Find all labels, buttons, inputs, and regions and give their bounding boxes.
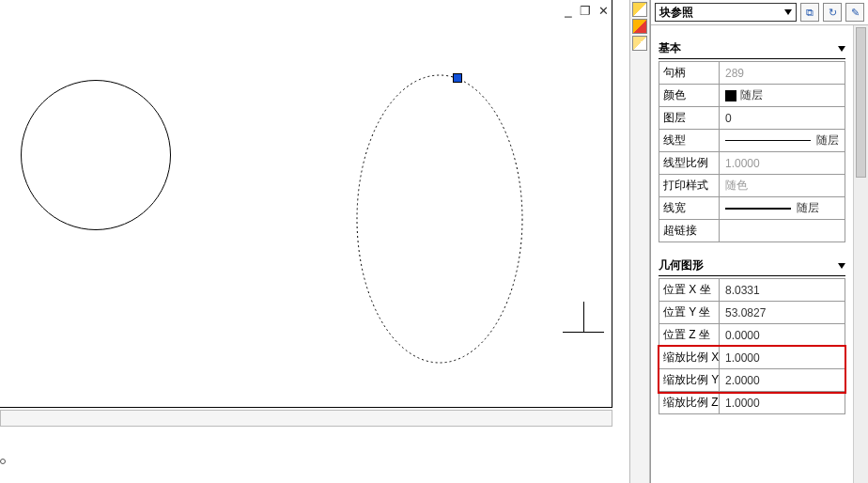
row-posz[interactable]: 位置 Z 坐 0.0000 — [659, 324, 845, 347]
value-scalex[interactable]: 1.0000 — [720, 347, 845, 368]
value-linetype-text: 随层 — [816, 132, 839, 148]
value-posy[interactable]: 53.0827 — [720, 302, 845, 323]
value-posx[interactable]: 8.0331 — [720, 279, 845, 301]
properties-panel: 块参照 ⧉ ↻ ✎ 基本 句柄 289 颜色 — [650, 0, 868, 483]
value-lineweight-text: 随层 — [797, 200, 819, 216]
linetype-preview-icon — [725, 140, 811, 141]
row-color[interactable]: 颜色 随层 — [659, 85, 845, 107]
circle-entity[interactable] — [21, 80, 171, 230]
chevron-down-icon — [784, 9, 792, 15]
row-lineweight[interactable]: 线宽 随层 — [659, 197, 845, 220]
value-ltscale[interactable]: 1.0000 — [720, 152, 845, 174]
panel-header: 块参照 ⧉ ↻ ✎ — [651, 0, 868, 25]
label-ltscale: 线型比例 — [659, 152, 720, 174]
svg-point-0 — [357, 75, 522, 363]
chevron-down-icon — [838, 263, 845, 269]
label-plotstyle: 打印样式 — [659, 175, 720, 196]
row-posy[interactable]: 位置 Y 坐 53.0827 — [659, 302, 845, 324]
row-scaley[interactable]: 缩放比例 Y 2.0000 — [659, 369, 845, 392]
panel-btn-2[interactable]: ↻ — [823, 3, 842, 22]
row-plotstyle[interactable]: 打印样式 随色 — [659, 175, 845, 197]
scrollbar-thumb[interactable] — [856, 27, 866, 178]
label-layer: 图层 — [659, 107, 720, 129]
value-hyperlink[interactable] — [720, 220, 845, 242]
label-posx: 位置 X 坐 — [659, 279, 720, 301]
palette-swatch-2[interactable] — [632, 19, 647, 34]
section-geom-header[interactable]: 几何图形 — [659, 257, 845, 276]
row-ltscale[interactable]: 线型比例 1.0000 — [659, 152, 845, 175]
label-scalez: 缩放比例 Z — [659, 392, 720, 413]
section-basic-title: 基本 — [659, 40, 681, 56]
value-scaley[interactable]: 2.0000 — [720, 369, 845, 391]
panel-vertical-scrollbar[interactable] — [853, 25, 868, 483]
value-color-text: 随层 — [740, 87, 763, 103]
section-basic-grid: 句柄 289 颜色 随层 图层 0 线型 随层 — [659, 61, 845, 242]
canvas[interactable] — [0, 0, 612, 408]
value-scalez[interactable]: 1.0000 — [720, 392, 845, 413]
panel-btn-1[interactable]: ⧉ — [800, 3, 819, 22]
value-layer[interactable]: 0 — [720, 107, 845, 129]
chevron-down-icon — [838, 46, 845, 52]
value-color[interactable]: 随层 — [720, 85, 845, 106]
row-hyperlink[interactable]: 超链接 — [659, 220, 845, 242]
row-scalez[interactable]: 缩放比例 Z 1.0000 — [659, 392, 845, 414]
value-handle: 289 — [720, 62, 845, 84]
value-linetype[interactable]: 随层 — [720, 130, 845, 151]
panel-content: 基本 句柄 289 颜色 随层 图层 0 — [651, 40, 853, 414]
row-posx[interactable]: 位置 X 坐 8.0331 — [659, 279, 845, 302]
label-scaley: 缩放比例 Y — [659, 369, 720, 391]
row-layer[interactable]: 图层 0 — [659, 107, 845, 130]
label-posz: 位置 Z 坐 — [659, 324, 720, 346]
row-scalex[interactable]: 缩放比例 X 1.0000 — [659, 347, 845, 369]
panel-body: 基本 句柄 289 颜色 随层 图层 0 — [651, 25, 868, 483]
ellipse-entity-selected[interactable] — [355, 73, 524, 365]
horizontal-scrollbar[interactable] — [0, 410, 612, 427]
palette-swatch-1[interactable] — [632, 2, 647, 17]
value-posz[interactable]: 0.0000 — [720, 324, 845, 346]
value-plotstyle[interactable]: 随色 — [720, 175, 845, 196]
object-type-label: 块参照 — [659, 5, 693, 21]
palette-swatch-3[interactable] — [632, 36, 647, 51]
section-geom-title: 几何图形 — [659, 257, 704, 273]
value-lineweight[interactable]: 随层 — [720, 197, 845, 219]
section-basic-header[interactable]: 基本 — [659, 40, 845, 59]
app-root: ⎯ ❐ ✕ 块参照 ⧉ ↻ ✎ — [0, 0, 868, 483]
label-lineweight: 线宽 — [659, 197, 720, 219]
section-geom-grid: 位置 X 坐 8.0331 位置 Y 坐 53.0827 位置 Z 坐 0.00… — [659, 278, 845, 414]
label-posy: 位置 Y 坐 — [659, 302, 720, 323]
status-dot — [0, 459, 6, 464]
selection-grip[interactable] — [453, 73, 462, 83]
row-linetype[interactable]: 线型 随层 — [659, 130, 845, 152]
drawing-area[interactable]: ⎯ ❐ ✕ — [0, 0, 629, 483]
label-hyperlink: 超链接 — [659, 220, 720, 242]
label-scalex: 缩放比例 X — [659, 347, 720, 368]
label-handle: 句柄 — [659, 62, 720, 84]
label-color: 颜色 — [659, 85, 720, 106]
object-type-dropdown[interactable]: 块参照 — [655, 3, 797, 22]
row-handle: 句柄 289 — [659, 62, 845, 85]
color-palette — [629, 0, 650, 483]
panel-btn-3[interactable]: ✎ — [845, 3, 864, 22]
lineweight-preview-icon — [725, 208, 791, 210]
label-linetype: 线型 — [659, 130, 720, 151]
color-swatch-icon — [725, 90, 736, 101]
